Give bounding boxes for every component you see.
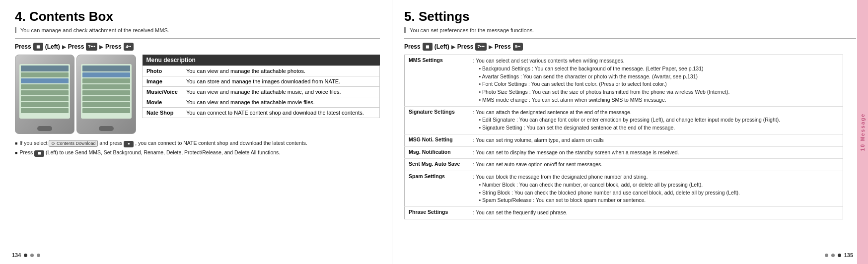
setting-name: Sent Msg. Auto Save [405,159,469,171]
screen-header-2 [82,66,130,71]
menu-row: Music/Voice You can view and manage the … [143,87,380,97]
setting-main-desc: : You can attach the designated sentence… [473,109,839,132]
menu-item-name: Nate Shop [143,108,182,118]
menu-item-name: Music/Voice [143,87,182,97]
contents-download-btn: ⊙ Contents Download [49,140,98,147]
screen-row-6 [21,102,69,107]
menu-item-desc: You can view and manage the attachable p… [182,66,380,76]
menu-row: Movie You can view and manage the attach… [143,97,380,108]
phone-screen-1 [19,64,70,119]
menu-table: Menu description Photo You can view and … [142,55,380,118]
right-subtitle: You can set preferences for the message … [404,27,856,33]
setting-item: Font Color Settings : You can select the… [479,80,839,88]
left-page: 4. Contents Box You can manage and check… [0,0,392,264]
setting-item: MMS mode change : You can set alarm when… [479,96,839,104]
left-title: 4. Contents Box [15,9,380,24]
phone-image-1 [15,55,74,134]
left-press-line: Press ◼ (Left) ▶ Press 7••• ▶ Press 4•• [15,43,380,51]
setting-desc: : You can set to display the message on … [469,146,843,159]
phone-bottom-1 [37,126,52,131]
setting-item: Signature Setting : You can set the desi… [479,124,839,132]
settings-table: MMS Settings : You can select and set va… [404,55,843,219]
left-btn-1[interactable]: ◼ [33,43,43,51]
press-text-2: Press [68,43,84,50]
right-arrow-1: ▶ [451,44,455,50]
dot-3 [37,254,40,257]
left-divider [15,38,380,39]
right-press-text-2: Press [457,43,474,50]
settings-row: Sent Msg. Auto Save : You can set auto s… [405,159,843,171]
screen-row-5 [21,96,69,101]
setting-name: MSG Noti. Setting [405,134,469,146]
left-arrow-1: ▶ [62,44,66,50]
setting-main-desc: : You can block the message from the des… [473,174,839,204]
dot-1 [24,254,27,257]
setting-name: Phrase Settings [405,207,469,219]
settings-row: MSG Noti. Setting : You can set ring vol… [405,134,843,146]
menu-item-name: Movie [143,97,182,108]
setting-desc: : You can set the frequently used phrase… [469,207,843,219]
note-1-text: If you select ⊙ Contents Download and pr… [19,139,307,147]
right-page: 5. Settings You can set preferences for … [392,0,868,264]
left-arrow-2: ▶ [99,44,103,50]
right-page-num-text: 135 [844,252,853,258]
setting-desc: : You can set ring volume, alarm type, a… [469,134,843,146]
menu-table-header: Menu description [143,55,380,66]
setting-name: Msg. Notification [405,146,469,159]
phone-bottom-2 [99,126,114,131]
right-btn-3[interactable]: 5•• [513,43,523,51]
screen-row-2b [82,78,130,83]
screen-row-2 [21,78,69,83]
press-text-1: Press [15,43,31,50]
note-2: ■ Press ◼ (Left) to use Send MMS, Set Ba… [15,148,380,157]
press-btn-note: ● [124,141,134,147]
screen-row-2e [82,96,130,101]
menu-item-desc: You can connect to NATE content shop and… [182,108,380,118]
left-content-area: Menu description Photo You can view and … [15,55,380,134]
right-btn-1-label: (Left) [434,43,449,50]
menu-item-name: Image [143,76,182,87]
notes-section: ■ If you select ⊙ Contents Download and … [15,139,380,157]
right-btn-2[interactable]: 7••• [475,43,486,51]
menu-row: Nate Shop You can connect to NATE conten… [143,108,380,118]
setting-desc: : You can attach the designated sentence… [469,106,843,134]
menu-item-name: Photo [143,66,182,76]
screen-row-2g [82,108,130,113]
screen-row-2f [82,102,130,107]
settings-row: Msg. Notification : You can set to displ… [405,146,843,159]
left-btn-2[interactable]: 7••• [86,43,97,51]
note-bullet-2: ■ [15,149,17,156]
setting-item: Photo Size Settings : You can set the si… [479,88,839,96]
note-2-text: Press ◼ (Left) to use Send MMS, Set Back… [19,148,280,157]
menu-row: Image You can store and manage the image… [143,76,380,87]
right-press-text-3: Press [495,43,511,50]
setting-item: String Block : You can check the blocked… [479,189,839,197]
setting-item: Background Settings : You can select the… [479,65,839,73]
menu-item-desc: You can view and manage the attachable m… [182,87,380,97]
screen-row-2d [82,90,130,95]
setting-item: Edit Signature : You can change font col… [479,116,839,124]
right-btn-1[interactable]: ◼ [423,43,433,51]
left-page-number: 134 [12,252,40,258]
menu-item-desc: You can store and manage the images down… [182,76,380,87]
right-arrow-2: ▶ [489,44,493,50]
left-btn-3[interactable]: 4•• [124,43,134,51]
left-subtitle: You can manage and check attachment of t… [15,27,380,33]
screen-header-1 [21,66,69,71]
setting-main-desc: : You can select and set various content… [473,58,839,104]
setting-desc: : You can block the message from the des… [469,171,843,207]
right-page-number: 135 [825,252,853,258]
setting-name: Spam Settings [405,171,469,207]
accent-bar-label: 10 Message [860,113,866,151]
setting-name: MMS Settings [405,55,469,107]
settings-row: Signature Settings : You can attach the … [405,106,843,134]
settings-row: Spam Settings : You can block the messag… [405,171,843,207]
setting-main-desc: : You can set ring volume, alarm type, a… [473,137,604,143]
menu-item-desc: You can view and manage the attachable m… [182,97,380,108]
dot-r3 [838,254,841,257]
screen-row-2a [82,72,130,77]
dot-r2 [831,254,835,257]
phone-image-2 [76,55,136,134]
screen-row-4 [21,90,69,95]
settings-row: MMS Settings : You can select and set va… [405,55,843,107]
